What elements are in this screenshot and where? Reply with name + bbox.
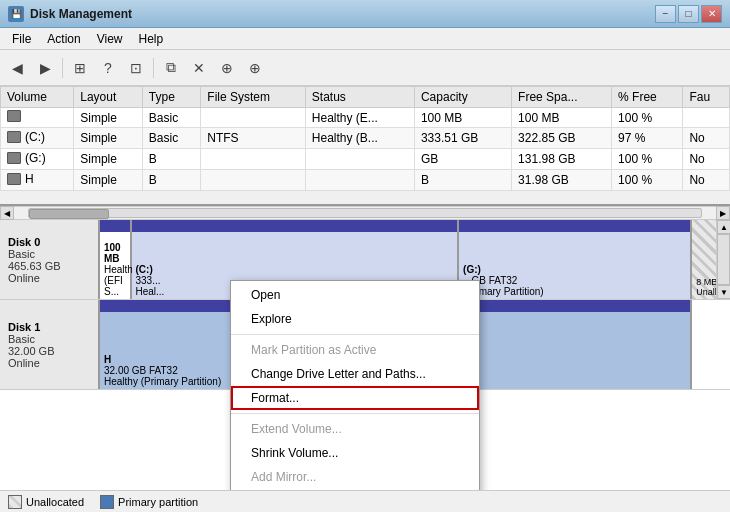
menu-action[interactable]: Action xyxy=(39,30,88,48)
col-volume: Volume xyxy=(1,87,74,108)
disk-1-name: Disk 1 xyxy=(8,321,90,333)
cell-free: 31.98 GB xyxy=(512,170,612,191)
forward-button[interactable]: ▶ xyxy=(32,55,58,81)
properties-button[interactable]: ⊕ xyxy=(214,55,240,81)
col-layout: Layout xyxy=(74,87,143,108)
col-capacity: Capacity xyxy=(414,87,511,108)
ctx-explore[interactable]: Explore xyxy=(231,307,479,331)
cell-fs: NTFS xyxy=(201,128,306,149)
disk-0-label: Disk 0 Basic 465.63 GB Online xyxy=(0,220,100,299)
unallocated-icon xyxy=(8,495,22,509)
ctx-shrink[interactable]: Shrink Volume... xyxy=(231,441,479,465)
partition-header xyxy=(132,220,458,232)
table-row[interactable]: (G:) Simple B GB 131.98 GB 100 % No xyxy=(1,149,730,170)
scroll-left[interactable]: ◀ xyxy=(0,206,14,220)
ctx-extend: Extend Volume... xyxy=(231,417,479,441)
scroll-up[interactable]: ▲ xyxy=(717,220,730,234)
ctx-change-letter[interactable]: Change Drive Letter and Paths... xyxy=(231,362,479,386)
status-bar: Unallocated Primary partition xyxy=(0,490,730,512)
cell-pct: 100 % xyxy=(612,108,683,128)
toolbar: ◀ ▶ ⊞ ? ⊡ ⧉ ✕ ⊕ ⊕ xyxy=(0,50,730,86)
cell-fs xyxy=(201,170,306,191)
app-icon: 💾 xyxy=(8,6,24,22)
help-button[interactable]: ? xyxy=(95,55,121,81)
window-controls: − □ ✕ xyxy=(655,5,722,23)
menu-bar: File Action View Help xyxy=(0,28,730,50)
partition-efi[interactable]: 100 MB Healthy (EFI S... xyxy=(100,220,132,299)
cell-capacity: 100 MB xyxy=(414,108,511,128)
col-type: Type xyxy=(142,87,200,108)
partition-header xyxy=(459,220,690,232)
refresh-button[interactable]: ⧉ xyxy=(158,55,184,81)
cell-pct: 97 % xyxy=(612,128,683,149)
partition-content: 100 MB Healthy (EFI S... xyxy=(104,242,126,297)
cell-fs xyxy=(201,108,306,128)
scroll-right[interactable]: ▶ xyxy=(716,206,730,220)
grid-button[interactable]: ⊞ xyxy=(67,55,93,81)
main-content: Volume Layout Type File System Status Ca… xyxy=(0,86,730,490)
table-row[interactable]: (C:) Simple Basic NTFS Healthy (B... 333… xyxy=(1,128,730,149)
maximize-button[interactable]: □ xyxy=(678,5,699,23)
ctx-mark-active: Mark Partition as Active xyxy=(231,338,479,362)
scroll-thumb[interactable] xyxy=(29,209,109,219)
disk-0-name: Disk 0 xyxy=(8,236,90,248)
cell-volume: (G:) xyxy=(1,149,74,170)
disk-0-size: 465.63 GB xyxy=(8,260,90,272)
cell-capacity: GB xyxy=(414,149,511,170)
disk-0-type: Basic xyxy=(8,248,90,260)
partition-g[interactable]: (G:) ...GB FAT32 (Primary Partition) xyxy=(459,220,692,299)
toolbar-sep-2 xyxy=(153,58,154,78)
table-row[interactable]: H Simple B B 31.98 GB 100 % No xyxy=(1,170,730,191)
cell-free: 100 MB xyxy=(512,108,612,128)
menu-file[interactable]: File xyxy=(4,30,39,48)
view-button[interactable]: ⊡ xyxy=(123,55,149,81)
v-scrollbar[interactable]: ▲ ▼ xyxy=(716,220,730,299)
cell-fault: No xyxy=(683,128,730,149)
primary-label: Primary partition xyxy=(118,496,198,508)
cell-pct: 100 % xyxy=(612,170,683,191)
cell-fault xyxy=(683,108,730,128)
cell-status: Healthy (E... xyxy=(305,108,414,128)
ctx-delete[interactable]: Delete Volume... xyxy=(231,489,479,490)
cell-fault: No xyxy=(683,149,730,170)
scroll-track[interactable] xyxy=(717,234,730,285)
menu-help[interactable]: Help xyxy=(131,30,172,48)
status-unallocated: Unallocated xyxy=(8,495,84,509)
ctx-format[interactable]: Format... xyxy=(231,386,479,410)
cell-type: B xyxy=(142,149,200,170)
cell-capacity: B xyxy=(414,170,511,191)
extra-button[interactable]: ⊕ xyxy=(242,55,268,81)
ctx-sep-2 xyxy=(231,413,479,414)
partition-header xyxy=(100,220,130,232)
toolbar-sep-1 xyxy=(62,58,63,78)
cell-capacity: 333.51 GB xyxy=(414,128,511,149)
scroll-track[interactable] xyxy=(28,208,702,218)
cell-type: Basic xyxy=(142,128,200,149)
delete-button[interactable]: ✕ xyxy=(186,55,212,81)
close-button[interactable]: ✕ xyxy=(701,5,722,23)
cell-type: B xyxy=(142,170,200,191)
col-fault: Fau xyxy=(683,87,730,108)
h-scrollbar[interactable]: ◀ ▶ xyxy=(0,206,730,220)
disk-1-label: Disk 1 Basic 32.00 GB Online xyxy=(0,300,100,389)
cell-fs xyxy=(201,149,306,170)
cell-volume: (C:) xyxy=(1,128,74,149)
cell-volume: H xyxy=(1,170,74,191)
table-row[interactable]: Simple Basic Healthy (E... 100 MB 100 MB… xyxy=(1,108,730,128)
cell-fault: No xyxy=(683,170,730,191)
cell-status: Healthy (B... xyxy=(305,128,414,149)
ctx-sep-1 xyxy=(231,334,479,335)
minimize-button[interactable]: − xyxy=(655,5,676,23)
window-title: Disk Management xyxy=(30,7,655,21)
menu-view[interactable]: View xyxy=(89,30,131,48)
cell-status xyxy=(305,149,414,170)
disk-0-status: Online xyxy=(8,272,90,284)
scroll-down[interactable]: ▼ xyxy=(717,285,730,299)
cell-layout: Simple xyxy=(74,108,143,128)
disk-view: Disk 0 Basic 465.63 GB Online 100 MB Hea… xyxy=(0,220,730,490)
ctx-open[interactable]: Open xyxy=(231,283,479,307)
cell-volume xyxy=(1,108,74,128)
back-button[interactable]: ◀ xyxy=(4,55,30,81)
cell-pct: 100 % xyxy=(612,149,683,170)
col-pct: % Free xyxy=(612,87,683,108)
